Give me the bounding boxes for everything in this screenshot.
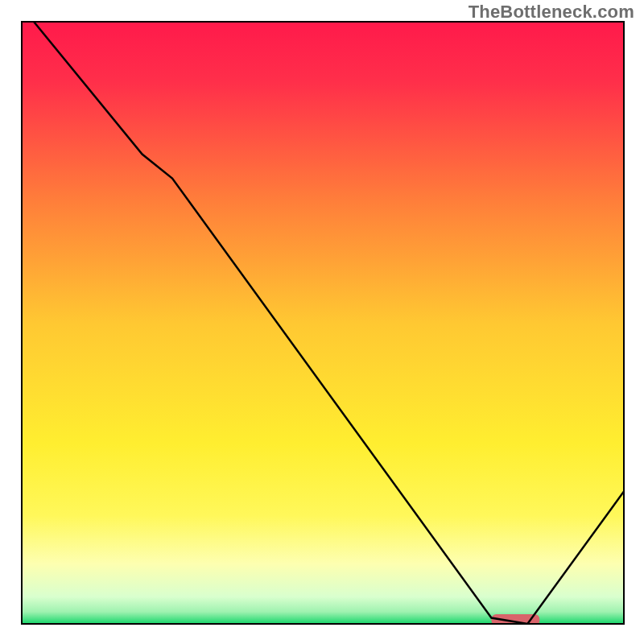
bottleneck-chart — [0, 0, 644, 644]
plot-area — [22, 22, 624, 625]
chart-container: TheBottleneck.com — [0, 0, 644, 644]
watermark-text: TheBottleneck.com — [469, 2, 634, 23]
gradient-background — [22, 22, 624, 624]
